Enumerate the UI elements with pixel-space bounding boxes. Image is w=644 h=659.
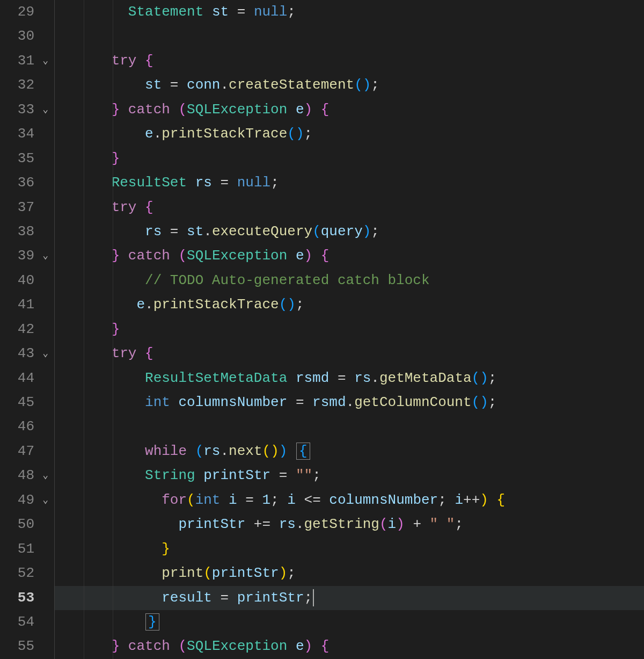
code-line[interactable]: // TODO Auto-generated catch block bbox=[55, 269, 644, 293]
gutter-row[interactable]: 44 bbox=[0, 366, 48, 390]
code-token: try bbox=[112, 199, 137, 215]
code-token: + bbox=[405, 516, 430, 532]
gutter-row[interactable]: 32 bbox=[0, 73, 48, 97]
code-line[interactable]: while (rs.next()) { bbox=[55, 439, 644, 464]
fold-chevron-icon[interactable]: ⌄ bbox=[39, 244, 48, 268]
gutter-row[interactable]: 30 bbox=[0, 24, 48, 48]
code-token: ; bbox=[488, 370, 497, 386]
code-token: { bbox=[321, 638, 330, 654]
gutter-row[interactable]: 54 bbox=[0, 610, 48, 634]
fold-chevron-icon[interactable]: ⌄ bbox=[39, 488, 48, 512]
code-token: { bbox=[496, 492, 505, 508]
gutter-row[interactable]: 38 bbox=[0, 220, 48, 244]
gutter-row[interactable]: 40 bbox=[0, 269, 48, 293]
code-line[interactable]: try { bbox=[55, 49, 644, 73]
code-token: { bbox=[321, 102, 330, 118]
code-line[interactable]: print(printStr); bbox=[55, 561, 644, 585]
code-token: printStr bbox=[203, 467, 270, 483]
gutter-row[interactable]: 33⌄ bbox=[0, 98, 48, 122]
code-line[interactable]: st = conn.createStatement(); bbox=[55, 73, 644, 97]
gutter-row[interactable]: 41 bbox=[0, 293, 48, 317]
code-token: . bbox=[145, 296, 153, 313]
matched-brace: { bbox=[296, 443, 310, 460]
fold-chevron-icon[interactable]: ⌄ bbox=[39, 464, 48, 488]
code-line[interactable]: e.printStackTrace(); bbox=[55, 122, 644, 146]
gutter-row[interactable]: 43⌄ bbox=[0, 342, 48, 366]
code-line[interactable]: for(int i = 1; i <= columnsNumber; i++) … bbox=[55, 488, 644, 512]
code-token: ( bbox=[195, 443, 204, 459]
code-token bbox=[170, 248, 179, 264]
code-token: i bbox=[388, 516, 397, 532]
code-line[interactable]: rs = st.executeQuery(query); bbox=[55, 220, 644, 244]
gutter-row[interactable]: 31⌄ bbox=[0, 49, 48, 73]
code-area[interactable]: Statement st = null; try { st = conn.cre… bbox=[55, 0, 644, 659]
gutter-row[interactable]: 53 bbox=[0, 586, 48, 610]
code-line[interactable] bbox=[55, 24, 644, 48]
code-line[interactable]: ResultSetMetaData rsmd = rs.getMetaData(… bbox=[55, 366, 644, 390]
fold-chevron-icon[interactable]: ⌄ bbox=[39, 98, 48, 122]
code-token: rs bbox=[279, 516, 296, 532]
fold-chevron-icon[interactable]: ⌄ bbox=[39, 342, 48, 366]
gutter-row[interactable]: 45 bbox=[0, 390, 48, 415]
code-line[interactable]: Statement st = null; bbox=[55, 0, 644, 24]
code-token: e bbox=[296, 248, 304, 264]
code-editor[interactable]: 293031⌄3233⌄343536373839⌄40414243⌄444546… bbox=[0, 0, 644, 659]
line-number: 35 bbox=[13, 147, 34, 171]
code-line[interactable]: } bbox=[55, 147, 644, 171]
gutter-row[interactable]: 51 bbox=[0, 537, 48, 561]
gutter-row[interactable]: 35 bbox=[0, 147, 48, 171]
code-token: e bbox=[145, 126, 153, 142]
line-number: 41 bbox=[13, 293, 34, 317]
gutter-row[interactable]: 46 bbox=[0, 415, 48, 439]
code-token: = bbox=[162, 223, 187, 240]
code-line[interactable]: printStr += rs.getString(i) + " "; bbox=[55, 512, 644, 537]
code-line[interactable]: } bbox=[55, 317, 644, 342]
code-line[interactable]: String printStr = ""; bbox=[55, 464, 644, 488]
code-token: null bbox=[237, 175, 270, 191]
code-token bbox=[120, 248, 128, 264]
code-token: ResultSetMetaData bbox=[145, 370, 287, 386]
text-cursor bbox=[313, 589, 314, 606]
code-token: SQLException bbox=[187, 638, 287, 654]
code-line[interactable]: try { bbox=[55, 195, 644, 220]
fold-chevron-icon[interactable]: ⌄ bbox=[39, 49, 48, 73]
code-line[interactable]: result = printStr; bbox=[55, 586, 644, 610]
code-token: ( bbox=[187, 492, 195, 508]
gutter-row[interactable]: 47 bbox=[0, 439, 48, 464]
gutter-row[interactable]: 36 bbox=[0, 171, 48, 195]
gutter-row[interactable]: 55 bbox=[0, 634, 48, 658]
gutter-row[interactable]: 52 bbox=[0, 561, 48, 585]
code-token bbox=[312, 102, 321, 118]
code-token: ) bbox=[363, 223, 371, 240]
code-line[interactable]: } bbox=[55, 610, 644, 634]
line-number: 36 bbox=[13, 171, 34, 195]
code-token: ( bbox=[472, 370, 480, 386]
code-line[interactable]: e.printStackTrace(); bbox=[55, 293, 644, 317]
code-token: st bbox=[145, 77, 162, 93]
code-token: ( bbox=[354, 77, 363, 93]
gutter-row[interactable]: 39⌄ bbox=[0, 244, 48, 268]
line-number: 34 bbox=[13, 122, 34, 146]
code-line[interactable]: } bbox=[55, 537, 644, 561]
gutter-row[interactable]: 29 bbox=[0, 0, 48, 24]
code-line[interactable]: } catch (SQLException e) { bbox=[55, 634, 644, 658]
gutter-row[interactable]: 37 bbox=[0, 195, 48, 220]
gutter-row[interactable]: 42 bbox=[0, 317, 48, 342]
code-token: { bbox=[145, 199, 153, 215]
gutter-row[interactable]: 49⌄ bbox=[0, 488, 48, 512]
code-line[interactable]: int columnsNumber = rsmd.getColumnCount(… bbox=[55, 390, 644, 415]
code-token: " " bbox=[430, 516, 455, 532]
code-line[interactable]: } catch (SQLException e) { bbox=[55, 98, 644, 122]
code-line[interactable]: } catch (SQLException e) { bbox=[55, 244, 644, 268]
gutter-row[interactable]: 34 bbox=[0, 122, 48, 146]
code-token: while bbox=[145, 443, 187, 459]
gutter-row[interactable]: 48⌄ bbox=[0, 464, 48, 488]
matched-brace: } bbox=[145, 613, 159, 631]
code-line[interactable]: try { bbox=[55, 342, 644, 366]
code-token: printStr bbox=[237, 590, 304, 606]
code-line[interactable] bbox=[55, 415, 644, 439]
code-token: getMetaData bbox=[379, 370, 472, 386]
code-token bbox=[287, 102, 296, 118]
code-line[interactable]: ResultSet rs = null; bbox=[55, 171, 644, 195]
gutter-row[interactable]: 50 bbox=[0, 512, 48, 537]
